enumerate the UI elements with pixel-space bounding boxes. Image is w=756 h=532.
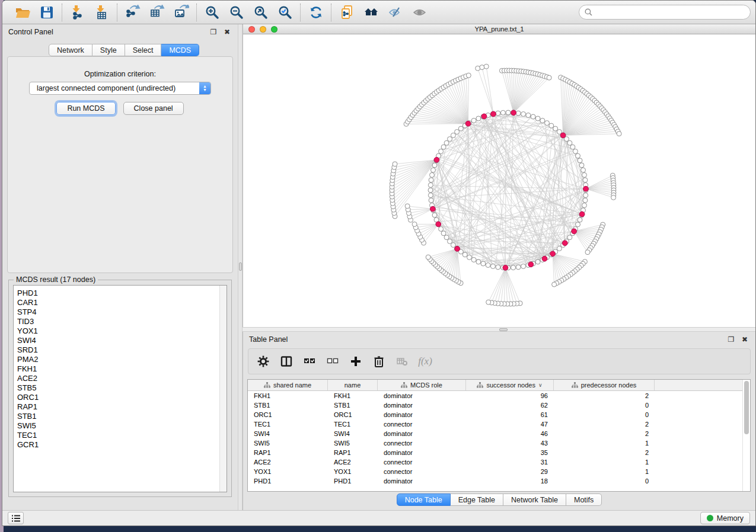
mcds-result-item[interactable]: SWI5 [17,421,219,431]
dominator-node [430,206,436,211]
cell-name: TEC1 [328,419,378,429]
mcds-result-item[interactable]: ORC1 [17,393,219,402]
zoom-selected-icon[interactable] [277,4,293,20]
deselect-all-icon[interactable] [326,355,339,368]
memory-button[interactable]: Memory [700,512,750,524]
zoom-fit-icon[interactable] [253,4,269,20]
mcds-result-item[interactable]: SWI4 [17,336,219,345]
table-row[interactable]: YOX1YOX1connector291 [248,467,742,476]
network-graph[interactable] [243,34,755,327]
float-panel-icon[interactable]: ❐ [209,27,218,37]
table-row[interactable]: STB1STB1dominator620 [248,400,742,410]
cell-successor-nodes: 96 [466,391,554,400]
table-scrollbar-thumb[interactable] [744,381,749,434]
mcds-result-item[interactable]: STP4 [17,307,219,317]
mcds-result-item[interactable]: YOX1 [17,326,219,336]
cell-name: SWI4 [328,429,378,438]
column-type-icon [572,382,578,388]
table-header-row: shared namenameMCDS rolesuccessor nodes∨… [248,380,742,391]
zoom-in-icon[interactable] [204,4,220,20]
mcds-result-item[interactable]: STB1 [17,412,219,421]
cell-shared-name: YOX1 [248,467,328,476]
table-row[interactable]: SWI5SWI5connector431 [248,438,742,448]
cell-shared-name: SWI4 [248,429,328,438]
cell-name: RAP1 [328,448,378,457]
mcds-result-item[interactable]: TEC1 [17,431,219,440]
table-row[interactable]: SWI4SWI4dominator462 [248,429,742,438]
vertical-splitter[interactable] [238,24,243,510]
criterion-dropdown[interactable]: largest connected component (undirected)… [29,82,211,95]
table-row[interactable]: ORC1ORC1dominator610 [248,410,742,419]
add-row-icon[interactable] [349,355,362,368]
gear-icon[interactable] [257,355,270,368]
table-row[interactable]: RAP1RAP1dominator352 [248,448,742,457]
close-table-panel-icon[interactable]: ✖ [740,335,749,344]
cell-name: ACE2 [328,457,378,467]
tab-edge-table[interactable]: Edge Table [451,493,503,506]
network-documents-icon[interactable] [339,4,355,20]
mcds-result-item[interactable]: ACE2 [17,374,219,383]
delete-row-icon[interactable] [372,355,385,368]
task-list-icon[interactable] [8,512,24,524]
tab-network-table[interactable]: Network Table [503,493,566,506]
mcds-result-list[interactable]: PHD1CAR1STP4TID3YOX1SWI4SRD1PMA2FKH1ACE2… [13,285,227,492]
run-mcds-button[interactable]: Run MCDS [56,102,115,115]
column-header-MCDS-role[interactable]: MCDS role [378,380,466,390]
column-header-name[interactable]: name [328,380,378,390]
export-table-icon[interactable] [149,4,165,20]
cell-predecessor-nodes: 2 [554,391,655,400]
mcds-result-item[interactable]: CAR1 [17,298,219,307]
mcds-result-item[interactable]: SRD1 [17,345,219,355]
cell-MCDS-role: dominator [378,476,466,486]
mcds-result-item[interactable]: FKH1 [17,364,219,374]
table-row[interactable]: ACE2ACE2connector311 [248,457,742,467]
show-all-icon[interactable] [412,4,428,20]
table-row[interactable]: FKH1FKH1dominator962 [248,391,742,400]
export-image-icon[interactable] [173,4,189,20]
table-row[interactable]: PHD1PHD1dominator180 [248,476,742,486]
float-table-panel-icon[interactable]: ❐ [726,335,736,344]
search-box[interactable] [579,5,751,20]
tab-select[interactable]: Select [125,44,162,56]
network-canvas[interactable] [243,34,755,327]
cell-predecessor-nodes: 1 [554,438,655,448]
mcds-result-item[interactable]: PMA2 [17,355,219,364]
tab-network[interactable]: Network [49,44,92,56]
column-header-shared-name[interactable]: shared name [248,380,328,390]
criterion-value: largest connected component (undirected) [30,84,199,92]
dominator-node [465,121,471,126]
table-row[interactable]: TEC1TEC1connector472 [248,419,742,429]
mcds-result-item[interactable]: TID3 [17,317,219,326]
save-icon[interactable] [39,4,55,20]
mcds-result-item[interactable]: RAP1 [17,402,219,412]
tab-mcds[interactable]: MCDS [161,44,199,56]
column-header-predecessor-nodes[interactable]: predecessor nodes [554,380,655,390]
mcds-result-item[interactable]: PHD1 [17,289,219,298]
horizontal-splitter[interactable] [243,327,755,332]
close-panel-button[interactable]: Close panel [123,102,184,115]
tab-motifs[interactable]: Motifs [566,493,602,506]
export-network-icon[interactable] [125,4,141,20]
import-table-icon[interactable] [94,4,110,20]
column-header-successor-nodes[interactable]: successor nodes∨ [466,380,554,390]
delete-table-icon [395,355,409,368]
close-panel-icon[interactable]: ✖ [222,27,232,37]
mcds-result-item[interactable]: STB5 [17,383,219,393]
first-neighbors-icon[interactable] [363,4,379,20]
import-network-icon[interactable] [69,4,85,20]
search-input[interactable] [595,8,745,17]
cell-MCDS-role: dominator [378,410,466,419]
mcds-result-item[interactable]: GCR1 [17,440,219,450]
columns-icon[interactable] [280,355,293,368]
zoom-out-icon[interactable] [228,4,244,20]
table-scrollbar[interactable] [742,380,750,491]
open-folder-icon[interactable] [14,4,30,20]
mcds-list-scrollbar[interactable] [219,286,227,492]
select-all-icon[interactable] [303,355,316,368]
network-titlebar[interactable]: YPA_prune.txt_1 [243,24,755,34]
hide-selected-icon[interactable] [387,4,403,20]
refresh-icon[interactable] [308,4,324,20]
tab-style[interactable]: Style [92,44,125,56]
cell-successor-nodes: 18 [466,476,554,486]
tab-node-table[interactable]: Node Table [397,493,451,506]
